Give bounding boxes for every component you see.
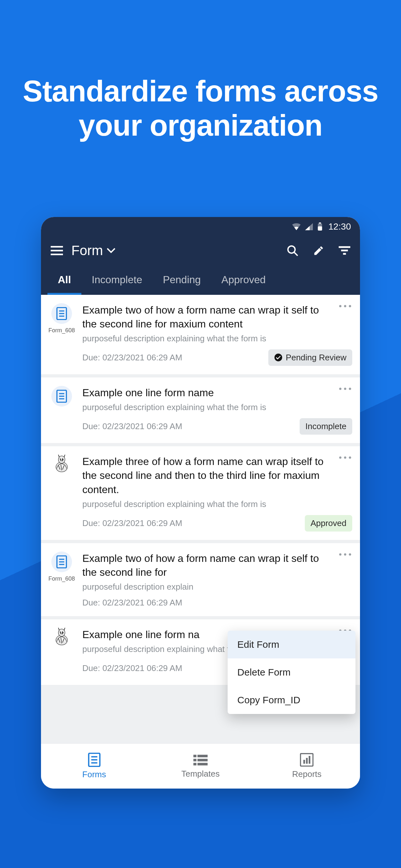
svg-rect-56 [193,763,196,765]
card-more-icon[interactable] [339,553,351,556]
form-card[interactable]: Example one line form namepurposeful des… [41,377,360,443]
hero-headline: Standardize forms across your organizati… [0,0,401,143]
phone-frame: 12:30 Form AllIncompletePendingApproved [41,217,360,788]
menu-icon[interactable] [51,246,63,255]
form-title: Example one line form name [82,386,352,400]
svg-rect-60 [306,758,308,764]
bottom-nav: FormsTemplatesReports [41,743,360,788]
appbar-title-text: Form [71,243,103,258]
svg-rect-10 [341,250,348,251]
due-date: Due: 02/23/2021 06:29 AM [82,518,182,528]
document-icon [51,386,72,407]
status-badge: Pending Review [268,349,352,366]
svg-rect-55 [197,758,208,761]
appbar-title-dropdown[interactable]: Form [71,243,278,258]
card-icon-col [48,386,75,435]
context-menu: Edit FormDelete FormCopy Form_ID [227,631,356,714]
bottom-nav-label: Forms [82,770,106,779]
card-footer: Due: 02/23/2021 06:29 AMApproved [82,515,352,531]
card-icon-col [48,455,75,531]
form-title: Example two of how a form name can wrap … [82,303,352,331]
svg-point-26 [349,388,351,390]
app-bar: Form [41,237,360,266]
card-more-icon[interactable] [339,456,351,459]
filter-icon[interactable] [339,246,350,255]
tab-incomplete[interactable]: Incomplete [81,266,153,295]
svg-point-44 [62,632,63,633]
bottom-nav-label: Templates [181,769,220,779]
card-body: Example one line form namepurposeful des… [82,386,352,435]
appbar-actions [286,244,350,257]
menu-item-delete-form[interactable]: Delete Form [227,658,356,686]
svg-rect-0 [319,222,321,223]
status-badge: Approved [305,515,352,531]
bottom-nav-forms[interactable]: Forms [41,744,147,788]
card-more-icon[interactable] [339,387,351,391]
wifi-icon [292,223,301,230]
card-icon-col: Form_608 [48,303,75,366]
card-body: Example two of how a form name can wrap … [82,303,352,366]
due-date: Due: 02/23/2021 06:29 AM [82,352,182,363]
chevron-down-icon [107,248,115,253]
form-title: Example three of how a form name can wra… [82,455,352,497]
menu-item-copy-form-id[interactable]: Copy Form_ID [227,686,356,714]
due-date: Due: 02/23/2021 06:29 AM [82,422,182,431]
svg-rect-54 [193,758,196,761]
svg-point-17 [339,305,342,307]
card-footer: Due: 02/23/2021 06:29 AMPending Review [82,349,352,366]
card-more-icon[interactable] [339,305,351,308]
forms-icon [88,753,101,767]
svg-rect-59 [304,760,305,764]
status-badge: Incomplete [300,418,352,435]
form-description: purposeful description explaining what t… [82,402,352,412]
form-code: Form_608 [49,576,75,582]
svg-point-38 [339,553,342,555]
tab-all[interactable]: All [48,266,81,295]
card-body: Example two of how a form name can wrap … [82,552,352,608]
tab-pending[interactable]: Pending [152,266,211,295]
hero-line-2: your organization [0,108,401,143]
svg-point-18 [344,305,346,307]
svg-rect-5 [51,253,63,255]
svg-point-6 [288,246,295,253]
bottom-nav-reports[interactable]: Reports [254,744,360,788]
tabs: AllIncompletePendingApproved [41,266,360,295]
svg-point-32 [344,457,346,459]
bottom-nav-templates[interactable]: Templates [147,744,253,788]
svg-rect-4 [51,250,63,251]
card-icon-col [48,628,75,677]
edit-icon[interactable] [313,245,325,256]
status-icons [292,222,322,231]
status-time: 12:30 [328,221,351,232]
svg-rect-53 [197,755,208,757]
form-description: purposeful description explaining what t… [82,499,352,509]
menu-item-edit-form[interactable]: Edit Form [227,631,356,658]
tab-approved[interactable]: Approved [211,266,276,295]
status-label: Incomplete [305,422,346,431]
status-bar: 12:30 [41,217,360,237]
svg-rect-9 [339,246,350,248]
svg-rect-11 [343,253,346,254]
search-icon[interactable] [286,244,299,257]
cellular-icon [305,223,313,230]
svg-point-40 [349,553,351,555]
forms-list[interactable]: Form_608Example two of how a form name c… [41,295,360,743]
card-footer: Due: 02/23/2021 06:29 AM [82,598,352,608]
svg-point-31 [339,457,342,459]
form-card[interactable]: Form_608Example two of how a form name c… [41,543,360,616]
card-icon-col: Form_608 [48,552,75,608]
form-description: purposeful description explain [82,582,352,592]
svg-point-24 [339,388,342,390]
card-footer: Due: 02/23/2021 06:29 AMIncomplete [82,418,352,435]
svg-point-25 [344,388,346,390]
svg-point-19 [349,305,351,307]
svg-point-43 [60,632,61,633]
svg-point-39 [344,553,346,555]
form-card[interactable]: Form_608Example two of how a form name c… [41,295,360,374]
hero-line-1: Standardize forms across [0,74,401,108]
form-card[interactable]: Example three of how a form name can wra… [41,446,360,540]
svg-line-7 [295,252,298,255]
document-icon [51,303,72,324]
svg-rect-52 [193,755,196,757]
zebra-icon [53,455,71,473]
